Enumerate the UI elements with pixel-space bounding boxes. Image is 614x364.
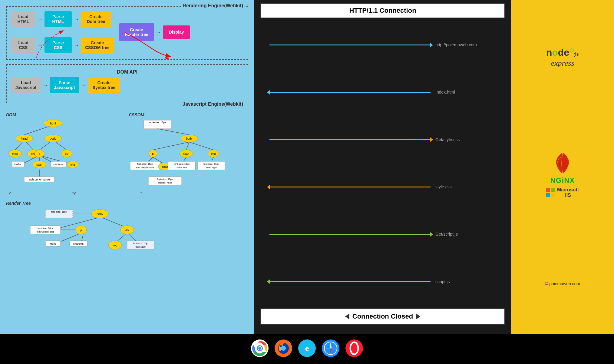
arrow6: →	[42, 82, 48, 88]
create-syntax-box: CreateSyntax tree	[88, 77, 120, 93]
cssom-tree-section: CSSOM font-size: 16px body p	[129, 112, 248, 187]
svg-text:e: e	[305, 343, 309, 353]
copyright-text: © poiemaweb.com	[545, 281, 580, 286]
svg-text:head: head	[21, 137, 28, 140]
middle-panel: HTTP/1.1 Connection http://poiemaweb.com	[254, 0, 511, 334]
svg-text:img: img	[71, 163, 75, 166]
load-html-box: LoadHTML	[11, 11, 35, 27]
svg-text:font-weight: bold: font-weight: bold	[136, 166, 154, 169]
load-css-box: LoadCSS	[11, 37, 35, 53]
svg-text:web performance: web performance	[28, 178, 50, 181]
parse-html-box: ParseHTML	[45, 11, 72, 27]
ms-squares-icon	[546, 188, 555, 197]
conn-row-4: style.css	[260, 183, 505, 191]
node-logo-section: node⬡js express	[546, 48, 579, 68]
conn-row-1: http://poiemaweb.com	[260, 41, 505, 49]
connection-entries: http://poiemaweb.com Index.html	[254, 21, 511, 305]
left-panel: Rendering Engine(Webkit) LoadHTML → Pars…	[0, 0, 254, 334]
node-logo-text: node⬡js	[546, 48, 579, 59]
svg-text:students: students	[73, 242, 84, 245]
ms-sq-yellow	[551, 193, 555, 197]
arrow5: →	[156, 29, 161, 35]
opera-icon	[345, 339, 363, 358]
ms-sq-blue	[546, 193, 550, 197]
brace-svg	[6, 190, 142, 200]
svg-text:div: div	[65, 152, 68, 155]
display-box: Display	[163, 25, 190, 39]
http-header: HTTP/1.1 Connection	[260, 3, 505, 18]
conn-row-3: Get/style.css	[260, 136, 505, 144]
svg-line-40	[153, 142, 189, 150]
svg-text:span: span	[183, 152, 189, 155]
arrow1: →	[37, 16, 43, 22]
firefox-icon	[275, 339, 292, 358]
svg-text:body: body	[97, 212, 103, 216]
svg-text:font-size: 16px: font-size: 16px	[133, 242, 149, 245]
parse-js-box: ParseJavascript	[50, 77, 79, 93]
svg-point-103	[281, 346, 286, 351]
conn-row-5: Get/script.js	[260, 230, 505, 238]
conn-row-2: Index.html	[260, 88, 505, 96]
svg-point-100	[258, 347, 261, 350]
svg-text:color: red: color: red	[177, 166, 187, 169]
nginx-logo-text: NGiNX	[546, 176, 579, 185]
render-tree-title: Render Tree	[6, 201, 248, 206]
create-dom-box: CreateDom tree	[81, 11, 111, 27]
svg-text:float: right: float: right	[135, 246, 146, 248]
svg-line-42	[189, 142, 213, 150]
dom-title: DOM	[6, 112, 126, 117]
svg-text:font-size: 16px: font-size: 16px	[149, 121, 167, 124]
arrow7: →	[81, 82, 87, 88]
load-js-box: LoadJavascript	[11, 77, 41, 93]
create-render-tree-box: CreateRender tree	[119, 23, 154, 41]
cssom-title: CSSOM	[129, 112, 248, 117]
svg-text:font-size: 16px: font-size: 16px	[137, 163, 153, 165]
svg-text:float: right: float: right	[206, 166, 217, 169]
svg-text:font-size: 16px: font-size: 16px	[174, 163, 190, 165]
rendering-engine-box: Rendering Engine(Webkit) LoadHTML → Pars…	[6, 6, 248, 60]
svg-text:font-size: 16px: font-size: 16px	[203, 163, 219, 165]
dom-tree-svg: html head body meta link p div Hell	[6, 120, 100, 186]
js-engine-label: Javascript Engine(Webkit)	[181, 101, 245, 107]
svg-text:img: img	[211, 152, 216, 155]
iis-label: MicrosoftIIS	[557, 187, 579, 198]
render-tree-svg: font-size: 16px body font-size: 16px fon…	[6, 208, 157, 256]
svg-text:p: p	[38, 152, 40, 155]
svg-text:body: body	[186, 137, 193, 140]
dom-api-label: DOM API	[11, 69, 243, 75]
arrow4: →	[74, 42, 79, 48]
svg-text:span: span	[162, 165, 168, 168]
bottom-bar: e	[0, 334, 614, 364]
dom-tree-section: DOM	[6, 112, 126, 187]
ms-sq-green	[551, 188, 555, 192]
connection-closed-label: Connection Closed	[352, 313, 413, 320]
svg-text:font-size: 16px: font-size: 16px	[51, 210, 67, 213]
safari-icon	[322, 339, 339, 358]
svg-text:meta: meta	[12, 152, 18, 155]
svg-text:div: div	[125, 229, 129, 232]
re-row-html: LoadHTML → ParseHTML → CreateDom tree	[11, 11, 114, 27]
svg-text:span: span	[36, 163, 42, 166]
express-logo-text: express	[551, 59, 574, 68]
conn-row-6: script.js	[260, 278, 505, 286]
arrow3: →	[37, 42, 43, 48]
svg-text:body: body	[50, 137, 56, 140]
iis-section: MicrosoftIIS	[546, 187, 579, 198]
re-row-css: LoadCSS → ParseCSS → CreateCSSOM tree	[11, 37, 114, 53]
svg-text:font-size: 16px: font-size: 16px	[157, 178, 173, 180]
svg-text:Hello: Hello	[50, 242, 56, 245]
svg-text:html: html	[50, 122, 56, 125]
tree-diagrams: DOM	[6, 112, 248, 187]
svg-text:img: img	[113, 244, 117, 247]
svg-text:font-size: 16px: font-size: 16px	[38, 227, 53, 230]
right-panel: node⬡js express NGiNX MicrosoftIIS	[511, 0, 614, 334]
cssom-tree-svg: font-size: 16px body p span img	[129, 120, 226, 186]
re-row-js: LoadJavascript → ParseJavascript → Creat…	[11, 77, 243, 93]
svg-line-41	[186, 142, 189, 150]
apache-feather-section: NGiNX MicrosoftIIS	[546, 151, 579, 198]
ie-icon: e	[298, 339, 316, 358]
ms-sq-red	[546, 188, 550, 192]
svg-text:display: none: display: none	[158, 181, 172, 184]
chrome-icon	[251, 339, 269, 358]
arrow2: →	[74, 16, 79, 22]
